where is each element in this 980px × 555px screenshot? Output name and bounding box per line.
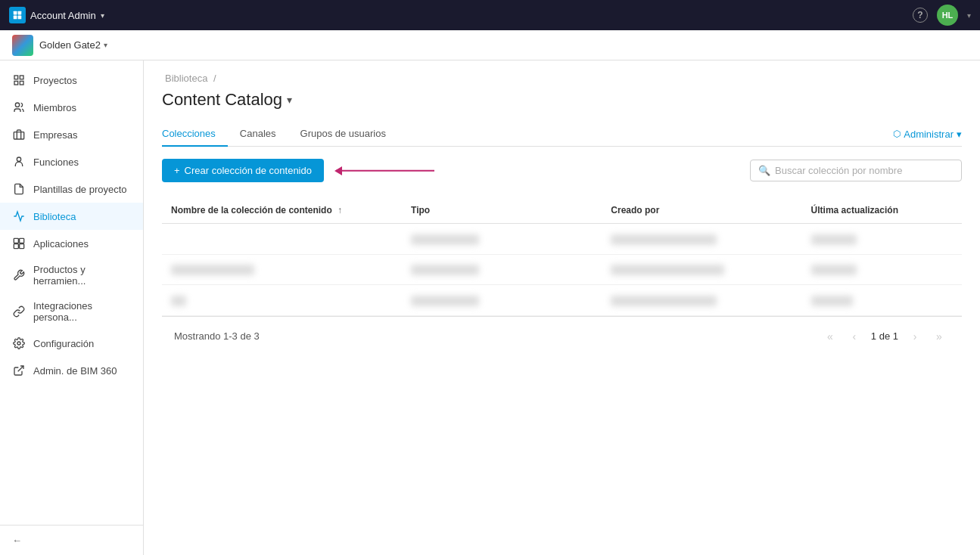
project-header: Golden Gate2 ▾ [0, 30, 980, 60]
sidebar-label-productos: Productos y herramien... [33, 264, 131, 287]
sidebar-item-proyectos[interactable]: Proyectos [0, 67, 143, 94]
sidebar-item-miembros[interactable]: Miembros [0, 94, 143, 121]
help-icon[interactable]: ? [913, 8, 928, 23]
col-nombre[interactable]: Nombre de la colección de contenido ↑ [162, 197, 402, 224]
arrow-line [336, 169, 434, 172]
svg-rect-2 [14, 16, 17, 20]
pagination-next-button[interactable]: › [904, 326, 926, 347]
sidebar-item-plantillas[interactable]: Plantillas de proyecto [0, 175, 143, 203]
sidebar-label-biblioteca: Biblioteca [33, 211, 76, 222]
cell-tipo-3 [402, 285, 602, 316]
sidebar-item-biblioteca[interactable]: Biblioteca [0, 203, 143, 230]
svg-rect-13 [14, 244, 18, 249]
table-row [162, 285, 962, 316]
project-logo [12, 35, 33, 56]
external-icon [12, 364, 26, 377]
svg-line-16 [18, 366, 23, 371]
sidebar-label-aplicaciones: Aplicaciones [33, 238, 89, 250]
sidebar-item-integraciones[interactable]: Integraciones persona... [0, 293, 143, 330]
toolbar: + Crear colección de contenido 🔍 [162, 159, 962, 182]
svg-rect-1 [18, 11, 22, 15]
pagination-prev-button[interactable]: ‹ [844, 326, 865, 347]
svg-rect-3 [18, 16, 22, 20]
apps-icon [12, 237, 26, 250]
account-chevron-icon: ▾ [101, 11, 104, 20]
project-chevron-icon: ▾ [104, 41, 107, 49]
sidebar-item-empresas[interactable]: Empresas [0, 121, 143, 148]
arrow-annotation [336, 169, 434, 172]
col-actualizado: Última actualización [802, 197, 962, 224]
sidebar-label-empresas: Empresas [33, 129, 78, 141]
cell-tipo-2 [402, 254, 602, 285]
sidebar-item-configuracion[interactable]: Configuración [0, 330, 143, 357]
file-icon [12, 182, 26, 196]
sidebar-item-bim360[interactable]: Admin. de BIM 360 [0, 357, 143, 384]
svg-point-15 [17, 342, 20, 345]
pagination-first-button[interactable]: « [820, 326, 841, 347]
avatar-chevron-icon: ▾ [967, 11, 971, 20]
cell-nombre-2 [162, 254, 402, 285]
administrar-ext-icon: ⬡ [893, 129, 901, 139]
cell-tipo-1 [402, 224, 602, 255]
search-box: 🔍 [750, 160, 962, 181]
page-title: Content Catalog [162, 90, 282, 110]
cell-nombre-1 [162, 224, 402, 255]
tools-icon [12, 268, 26, 282]
svg-rect-0 [14, 11, 17, 15]
account-admin-menu[interactable]: Account Admin ▾ [9, 7, 104, 23]
pagination-bar: Mostrando 1-3 de 3 « ‹ 1 de 1 › » [162, 316, 962, 356]
page-title-dropdown-icon[interactable]: ▾ [287, 94, 292, 106]
tab-colecciones[interactable]: Colecciones [162, 122, 228, 147]
breadcrumb[interactable]: Biblioteca / [162, 73, 962, 84]
tab-canales[interactable]: Canales [228, 122, 288, 147]
collapse-sidebar-button[interactable]: ← [12, 535, 131, 546]
tabs-row: Colecciones Canales Grupos de usuarios ⬡… [162, 122, 962, 147]
tab-grupos-usuarios[interactable]: Grupos de usuarios [288, 122, 398, 147]
svg-point-8 [15, 103, 19, 107]
sidebar-item-aplicaciones[interactable]: Aplicaciones [0, 230, 143, 257]
plus-icon: + [174, 165, 180, 176]
col-tipo: Tipo [402, 197, 602, 224]
search-input[interactable] [775, 165, 954, 176]
breadcrumb-separator: / [213, 73, 216, 84]
project-name[interactable]: Golden Gate2 [39, 39, 101, 51]
account-label: Account Admin [30, 10, 96, 21]
col-creado: Creado por [602, 197, 801, 224]
main-layout: Proyectos Miembros Empresas Funciones Pl… [0, 60, 980, 555]
sidebar-label-configuracion: Configuración [33, 338, 94, 349]
integration-icon [12, 305, 26, 318]
svg-rect-12 [20, 238, 24, 243]
pagination-showing: Mostrando 1-3 de 3 [174, 330, 260, 342]
sidebar-label-funciones: Funciones [33, 157, 79, 168]
sidebar-label-integraciones: Integraciones persona... [33, 300, 131, 323]
page-title-container: Content Catalog ▾ [162, 90, 962, 110]
avatar[interactable]: HL [937, 5, 958, 26]
pagination-controls: « ‹ 1 de 1 › » [820, 326, 950, 347]
account-icon [9, 7, 26, 23]
header-actions: ? HL ▾ [913, 5, 971, 26]
breadcrumb-library[interactable]: Biblioteca [165, 73, 207, 84]
sidebar-item-productos[interactable]: Productos y herramien... [0, 257, 143, 293]
table-row [162, 224, 962, 255]
sidebar-item-funciones[interactable]: Funciones [0, 148, 143, 175]
pagination-page-info: 1 de 1 [871, 330, 898, 342]
grid-icon [12, 73, 26, 87]
sidebar-label-plantillas: Plantillas de proyecto [33, 184, 127, 195]
cell-actualizado-2 [802, 254, 962, 285]
search-icon: 🔍 [758, 165, 770, 176]
svg-rect-5 [20, 76, 23, 79]
table-row [162, 254, 962, 285]
library-icon [12, 209, 26, 223]
svg-rect-11 [14, 238, 18, 243]
cell-creado-1 [602, 224, 801, 255]
create-collection-button[interactable]: + Crear colección de contenido [162, 159, 324, 182]
content-table: Nombre de la colección de contenido ↑ Ti… [162, 197, 962, 316]
pagination-last-button[interactable]: » [929, 326, 950, 347]
sidebar-bottom: ← [0, 525, 143, 555]
administrar-button[interactable]: ⬡ Administrar ▾ [893, 129, 962, 140]
svg-rect-9 [14, 132, 23, 139]
cell-creado-2 [602, 254, 801, 285]
arrow-head-icon [334, 166, 342, 175]
cell-nombre-3 [162, 285, 402, 316]
sidebar-label-miembros: Miembros [33, 102, 76, 113]
